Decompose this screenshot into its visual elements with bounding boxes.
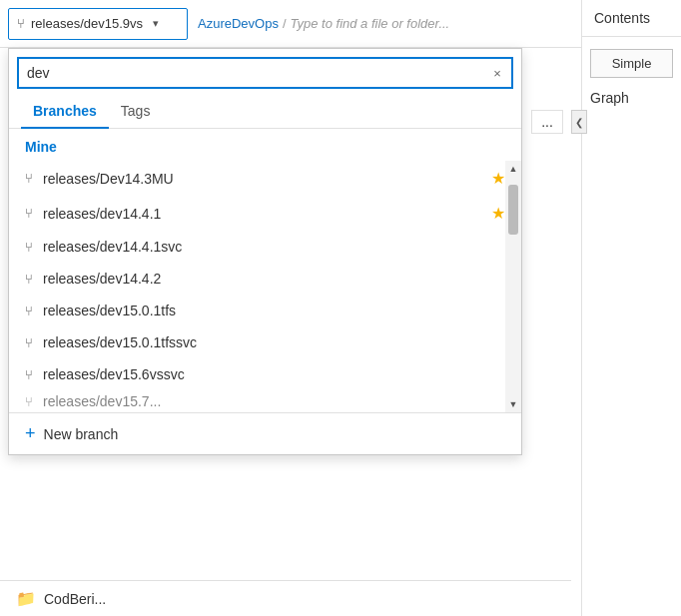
list-item[interactable]: ⑂ releases/dev15.0.1tfs [9,295,521,326]
list-item[interactable]: ⑂ releases/dev15.7... [9,390,521,412]
branch-icon: ⑂ [17,16,25,31]
branch-item-name: releases/dev14.4.1svc [43,239,505,255]
folder-row[interactable]: 📁 CodBeri... [0,580,571,616]
collapse-panel-button[interactable]: ❮ [571,110,587,134]
branch-item-name: releases/dev15.0.1tfssvc [43,334,505,350]
folder-name: CodBeri... [44,591,106,607]
clear-search-button[interactable]: × [483,59,511,87]
list-item[interactable]: ⑂ releases/dev14.4.1svc [9,231,521,263]
branch-item-icon: ⑂ [25,206,33,221]
more-options-button[interactable]: ... [531,110,563,134]
branch-dropdown-panel: × Branches Tags Mine ⑂ releases/Dev14.3M… [8,48,522,455]
top-bar: ⑂ releases/dev15.9vs ▾ AzureDevOps / Typ… [0,0,681,48]
plus-icon: + [25,423,36,444]
new-branch-row[interactable]: + New branch [9,412,521,454]
branch-search-input[interactable] [19,65,483,81]
branch-name: releases/dev15.9vs [31,16,143,31]
branch-item-icon: ⑂ [25,240,33,255]
branch-item-name: releases/dev15.7... [43,393,505,409]
branch-item-icon: ⑂ [25,335,33,350]
branch-item-icon: ⑂ [25,367,33,382]
breadcrumb-repo[interactable]: AzureDevOps [198,16,279,31]
list-item[interactable]: ⑂ releases/dev14.4.1 ★ [9,196,521,231]
branch-item-name: releases/dev15.0.1tfs [43,303,505,318]
branch-item-name: releases/dev15.6vssvc [43,366,505,382]
scroll-down-arrow[interactable]: ▼ [505,396,521,412]
right-panel-header: Contents [582,0,681,37]
branch-item-name: releases/Dev14.3MU [43,171,481,187]
branch-item-icon: ⑂ [25,272,33,287]
tab-tags[interactable]: Tags [109,95,163,129]
breadcrumb: AzureDevOps / Type to find a file or fol… [188,16,449,31]
tab-branches[interactable]: Branches [21,95,109,129]
scrollbar: ▲ ▼ [505,161,521,412]
branch-item-name: releases/dev14.4.1 [43,206,481,222]
branch-list: ⑂ releases/Dev14.3MU ★ ⑂ releases/dev14.… [9,161,521,412]
section-mine-label: Mine [9,129,521,161]
branch-item-icon: ⑂ [25,304,33,318]
list-item[interactable]: ⑂ releases/Dev14.3MU ★ [9,161,521,196]
new-branch-label: New branch [44,426,119,442]
breadcrumb-separator: / [283,16,287,31]
scroll-thumb [508,185,518,235]
tabs-row: Branches Tags [9,95,521,129]
scroll-track [505,177,521,396]
scroll-up-arrow[interactable]: ▲ [505,161,521,177]
folder-icon: 📁 [16,589,36,608]
star-icon[interactable]: ★ [491,169,505,188]
file-search-placeholder[interactable]: Type to find a file or folder... [291,16,450,31]
list-item[interactable]: ⑂ releases/dev15.6vssvc [9,358,521,390]
branch-item-icon: ⑂ [25,394,33,409]
branch-item-name: releases/dev14.4.2 [43,271,505,287]
branch-selector[interactable]: ⑂ releases/dev15.9vs ▾ [8,8,188,40]
chevron-down-icon: ▾ [153,17,159,30]
simple-view-button[interactable]: Simple [590,49,673,78]
graph-label: Graph [582,78,681,118]
star-icon[interactable]: ★ [491,204,505,223]
list-item[interactable]: ⑂ releases/dev15.0.1tfssvc [9,326,521,358]
search-row: × [17,57,513,89]
right-panel: Contents Simple Graph [581,0,681,616]
branch-item-icon: ⑂ [25,171,33,186]
list-item[interactable]: ⑂ releases/dev14.4.2 [9,263,521,295]
